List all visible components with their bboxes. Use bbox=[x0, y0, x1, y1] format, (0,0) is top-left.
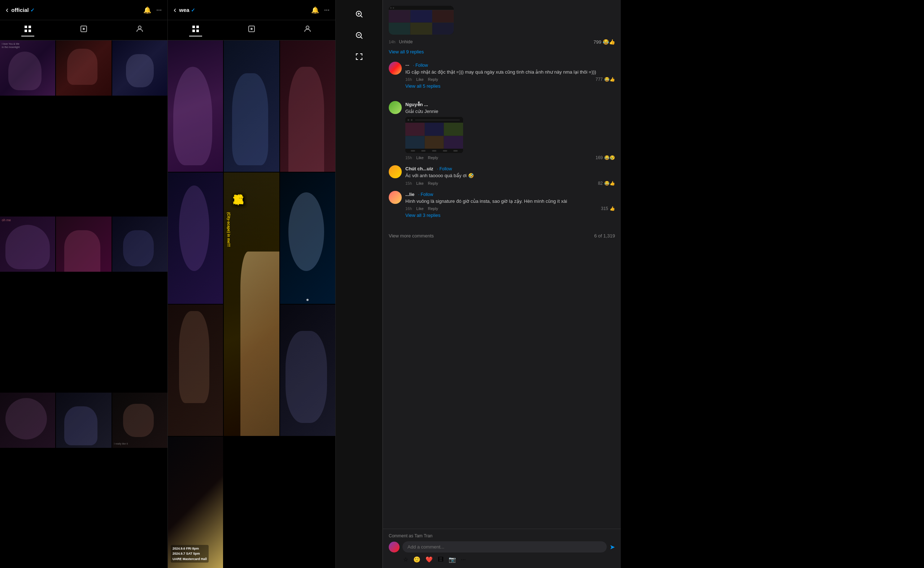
left-grid-cell-8[interactable] bbox=[56, 393, 111, 448]
left-tab-grid[interactable] bbox=[21, 24, 34, 36]
svg-rect-3 bbox=[29, 30, 31, 32]
mid-grid-cell-7[interactable] bbox=[168, 305, 223, 436]
comment-like-btn-3[interactable]: Like bbox=[416, 181, 423, 186]
svg-rect-1 bbox=[29, 26, 31, 28]
comment-body-3: Chút ch...uiz · Follow Ác với anh taoooo… bbox=[405, 165, 615, 186]
comment-body-1: ··· · Follow IG cập nhật ác độc thật =))… bbox=[405, 62, 615, 96]
svg-point-13 bbox=[306, 26, 309, 29]
comment-follow-link-3[interactable]: · Follow bbox=[437, 166, 452, 171]
comment-reply-btn-4[interactable]: Reply bbox=[428, 206, 438, 211]
mid-grid-cell-5-large[interactable]: 城市逃脱 (City-scape) in me!!! bbox=[224, 172, 279, 436]
comment-body-2: Nguyễn ... Giải cứu Jennie bbox=[405, 101, 615, 160]
emoji-heart-btn[interactable]: ❤️ bbox=[425, 555, 434, 563]
comment-input-field[interactable] bbox=[402, 541, 607, 553]
left-grid-cell-5[interactable] bbox=[56, 216, 111, 272]
mid-ig-header: ‹ wea ✓ 🔔 ··· bbox=[168, 0, 335, 20]
comments-scroll-area[interactable]: 14h Unhide 799 😂👍 View all 9 replies ···… bbox=[383, 0, 621, 529]
mock-grid-4 bbox=[405, 136, 425, 149]
view-more-comments[interactable]: View more comments 6 of 1,319 bbox=[389, 230, 615, 242]
left-back-button[interactable]: ‹ bbox=[6, 5, 8, 15]
mock-ig-grid-2 bbox=[405, 123, 463, 149]
fullscreen-button[interactable] bbox=[352, 50, 366, 65]
mid-grid-cell-9[interactable]: 2024.9.6 FRI 8pm 2024.9.7 SAT 5pm UARE M… bbox=[168, 437, 223, 568]
mid-grid-cell-3[interactable] bbox=[280, 41, 335, 172]
comment-item-4: ...lie · Follow Hình vuông là signature … bbox=[389, 191, 615, 225]
left-tab-profile[interactable] bbox=[133, 24, 146, 36]
left-verified-badge: ✓ bbox=[30, 7, 35, 13]
mid-grid-cell-4[interactable] bbox=[168, 172, 223, 304]
left-grid-cell-7[interactable] bbox=[0, 393, 55, 448]
comment-likes-4: 315 👍 bbox=[601, 206, 615, 211]
carousel-dot bbox=[307, 299, 309, 301]
left-more-icon[interactable]: ··· bbox=[156, 6, 162, 14]
comment-likes-3: 82 😂👍 bbox=[598, 181, 615, 186]
comment-like-btn-4[interactable]: Like bbox=[416, 206, 423, 211]
left-header-icons: 🔔 ··· bbox=[143, 6, 162, 14]
emoji-gif-btn[interactable]: 🎞 bbox=[437, 556, 444, 563]
comment-follow-link-4[interactable]: · Follow bbox=[418, 192, 433, 197]
left-tab-reels[interactable] bbox=[77, 24, 90, 36]
left-nav-tabs bbox=[0, 20, 168, 41]
view-replies-comment-4[interactable]: View all 3 replies bbox=[405, 211, 615, 219]
comment-reactions-1: 😂👍 bbox=[604, 77, 615, 82]
comment-reply-btn-3[interactable]: Reply bbox=[428, 181, 438, 186]
comment-reply-btn-2[interactable]: Reply bbox=[428, 156, 438, 160]
comment-header-2: Nguyễn ... bbox=[405, 101, 615, 107]
mid-grid-cell-6[interactable] bbox=[280, 172, 335, 304]
send-comment-button[interactable]: ➤ bbox=[609, 543, 615, 551]
mid-tab-reels[interactable] bbox=[245, 24, 258, 36]
event-line-1: 2024.9.6 FRI 8pm bbox=[172, 546, 207, 551]
view-replies-1[interactable]: View all 9 replies bbox=[389, 48, 615, 56]
comment-actions-4: 16h Like Reply 315 👍 bbox=[405, 206, 615, 211]
mid-verified-badge: ✓ bbox=[191, 7, 195, 13]
mid-tab-profile[interactable] bbox=[301, 24, 314, 36]
mock-grid-2 bbox=[425, 123, 444, 136]
left-grid-cell-9[interactable]: I really like it bbox=[112, 393, 168, 448]
comment-like-btn-1[interactable]: Like bbox=[416, 77, 423, 82]
comment-text-3: Ác với anh taoooo quá bẩy ơi 🤣 bbox=[405, 172, 615, 179]
comment-like-count-4: 315 bbox=[601, 206, 608, 211]
emoji-extra-btn[interactable]: ··· bbox=[460, 556, 466, 563]
mid-bell-icon[interactable]: 🔔 bbox=[311, 6, 319, 14]
zoom-toolbar bbox=[336, 0, 383, 568]
svg-rect-7 bbox=[192, 26, 195, 28]
unhide-button[interactable]: Unhide bbox=[399, 39, 413, 44]
zoom-out-button[interactable] bbox=[352, 29, 366, 44]
comment-avatar-1 bbox=[389, 62, 402, 75]
mid-grid-cell-1[interactable] bbox=[168, 41, 223, 172]
left-grid-cell-3[interactable] bbox=[112, 41, 168, 96]
comment-actions-3: 15h Like Reply 82 😂👍 bbox=[405, 181, 615, 186]
emoji-smile-btn[interactable]: 🙂 bbox=[413, 555, 421, 563]
top-comment-reactions: 😂👍 bbox=[603, 39, 615, 45]
mock-grid-5 bbox=[425, 136, 444, 149]
left-grid-cell-2[interactable] bbox=[56, 41, 111, 96]
comment-likes-1: 777 😂👍 bbox=[596, 77, 615, 82]
comment-item-2: Nguyễn ... Giải cứu Jennie bbox=[389, 101, 615, 160]
view-replies-comment-1[interactable]: View all 5 replies bbox=[405, 82, 615, 90]
comment-time-3: 15h bbox=[405, 181, 412, 186]
mid-grid-cell-8[interactable] bbox=[280, 305, 335, 436]
comment-header-1: ··· · Follow bbox=[405, 62, 615, 68]
mid-grid-cell-2[interactable] bbox=[224, 41, 279, 172]
comment-text-4: Hình vuông là signature đó giờ của insta… bbox=[405, 198, 615, 205]
left-username-area: official ✓ bbox=[11, 7, 141, 13]
left-grid-cell-1[interactable]: I love You & Mein the moonlight bbox=[0, 41, 55, 96]
comment-actions-2: 15h Like Reply 169 😂😢 bbox=[405, 155, 615, 160]
svg-rect-8 bbox=[197, 26, 199, 28]
mid-more-icon[interactable]: ··· bbox=[324, 6, 330, 14]
left-grid-cell-6[interactable] bbox=[112, 216, 168, 272]
emoji-sticker-btn[interactable]: 📷 bbox=[448, 555, 457, 563]
mid-tab-grid[interactable] bbox=[189, 24, 202, 36]
svg-rect-2 bbox=[24, 30, 27, 32]
left-grid-cell-4[interactable]: oh me bbox=[0, 216, 55, 272]
emoji-star-btn[interactable]: ☆ bbox=[402, 555, 409, 563]
mid-header-icons: 🔔 ··· bbox=[311, 6, 330, 14]
comment-like-btn-2[interactable]: Like bbox=[416, 156, 423, 160]
comment-reactions-3: 😂👍 bbox=[604, 181, 615, 186]
zoom-in-button[interactable] bbox=[352, 7, 366, 23]
comment-reply-btn-1[interactable]: Reply bbox=[428, 77, 438, 82]
comment-actions-1: 16h Like Reply 777 😂👍 bbox=[405, 77, 615, 82]
mid-back-button[interactable]: ‹ bbox=[174, 5, 176, 15]
comment-follow-link-1[interactable]: · Follow bbox=[413, 63, 428, 68]
left-bell-icon[interactable]: 🔔 bbox=[143, 6, 151, 14]
